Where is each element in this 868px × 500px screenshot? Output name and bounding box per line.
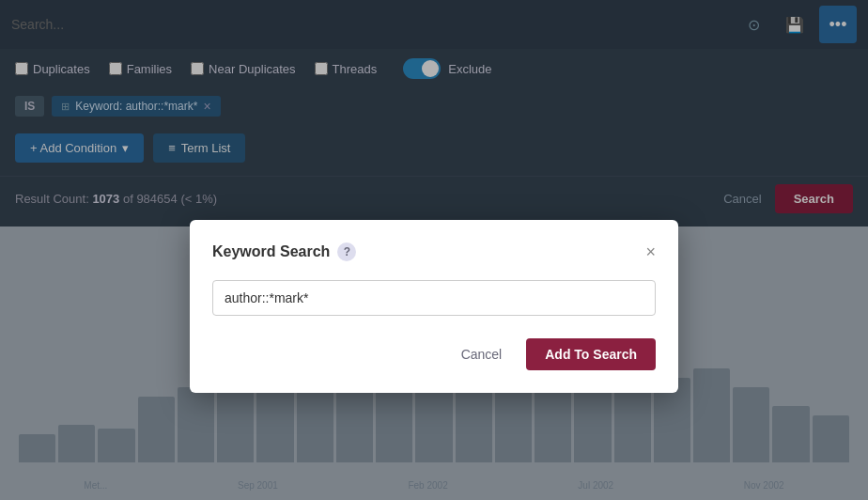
- modal-cancel-button[interactable]: Cancel: [446, 338, 518, 370]
- modal-close-button[interactable]: ×: [645, 243, 656, 260]
- modal-footer: Cancel Add To Search: [212, 338, 656, 370]
- keyword-search-input[interactable]: [212, 280, 656, 316]
- modal-title-group: Keyword Search ?: [212, 242, 356, 261]
- modal-title: Keyword Search: [212, 243, 330, 260]
- keyword-search-modal: Keyword Search ? × Cancel Add To Search: [190, 220, 678, 393]
- modal-backdrop: Keyword Search ? × Cancel Add To Search: [0, 0, 868, 500]
- modal-add-to-search-button[interactable]: Add To Search: [526, 338, 656, 370]
- help-icon[interactable]: ?: [337, 242, 356, 261]
- modal-header: Keyword Search ? ×: [212, 242, 656, 261]
